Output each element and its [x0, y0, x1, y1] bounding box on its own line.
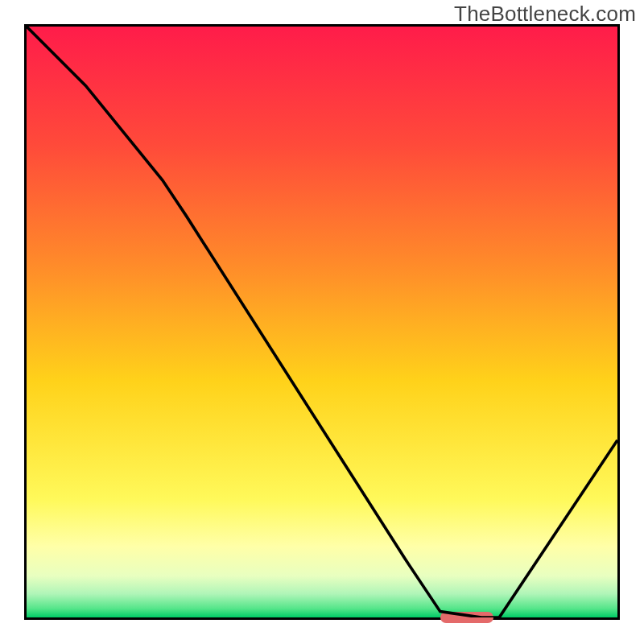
optimal-marker: [440, 612, 493, 623]
chart-area: [24, 24, 620, 620]
svg-rect-0: [27, 27, 617, 617]
background-gradient: [27, 27, 617, 617]
watermark-text: TheBottleneck.com: [454, 2, 636, 27]
